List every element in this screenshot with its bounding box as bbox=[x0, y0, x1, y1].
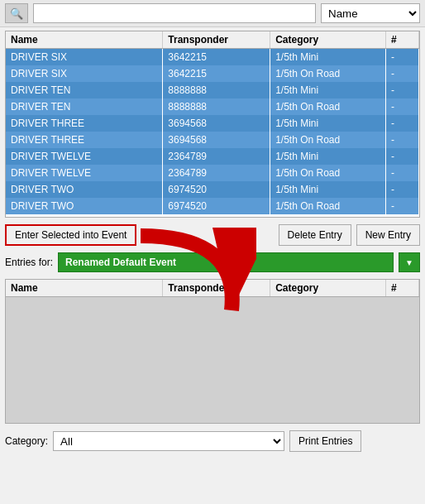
category-dropdown[interactable]: All bbox=[53, 431, 284, 451]
table-row[interactable]: DRIVER THREE36945681/5th Mini- bbox=[6, 115, 419, 132]
table-row[interactable]: DRIVER SIX36422151/5th Mini- bbox=[6, 49, 419, 66]
cell-transponder: 8888888 bbox=[163, 82, 270, 98]
event-name-text: Renamed Default Event bbox=[65, 257, 176, 268]
cell-category: 1/5th On Road bbox=[270, 132, 386, 148]
print-entries-button[interactable]: Print Entries bbox=[289, 430, 361, 452]
cell-name: DRIVER TEN bbox=[6, 98, 163, 115]
table-row[interactable]: DRIVER TWO69745201/5th On Road- bbox=[6, 198, 419, 214]
cell-hash: - bbox=[386, 148, 419, 165]
cell-name: DRIVER SIX bbox=[6, 49, 163, 66]
cell-transponder: 3642215 bbox=[163, 49, 270, 66]
cell-category: 1/5th On Road bbox=[270, 198, 386, 214]
cell-transponder: 6974520 bbox=[163, 198, 270, 214]
cell-transponder: 2364789 bbox=[163, 165, 270, 181]
cell-transponder: 6974520 bbox=[163, 181, 270, 198]
col-header-transponder: Transponder bbox=[163, 31, 270, 49]
cell-hash: - bbox=[386, 115, 419, 132]
table-row[interactable]: DRIVER TWELVE23647891/5th Mini- bbox=[6, 148, 419, 165]
table-row[interactable]: DRIVER TWELVE23647891/5th On Road- bbox=[6, 165, 419, 181]
search-button[interactable]: 🔍 bbox=[5, 3, 28, 23]
top-bar: 🔍 NameTransponderCategory bbox=[0, 0, 425, 27]
cell-name: DRIVER THREE bbox=[6, 115, 163, 132]
entries-for-label: Entries for: bbox=[5, 257, 53, 268]
cell-transponder: 3694568 bbox=[163, 115, 270, 132]
col-header-hash: # bbox=[386, 31, 419, 49]
cell-category: 1/5th Mini bbox=[270, 181, 386, 198]
name-dropdown[interactable]: NameTransponderCategory bbox=[321, 3, 420, 23]
cell-hash: - bbox=[386, 198, 419, 214]
cell-category: 1/5th Mini bbox=[270, 148, 386, 165]
search-input[interactable] bbox=[33, 3, 316, 23]
entries-for-row: Entries for: Renamed Default Event ▼ bbox=[0, 249, 425, 276]
entries-dropdown-button[interactable]: ▼ bbox=[399, 252, 420, 272]
cell-name: DRIVER TWO bbox=[6, 181, 163, 198]
lower-table: Name Transponder Category # bbox=[6, 280, 419, 297]
cell-hash: - bbox=[386, 181, 419, 198]
upper-table: Name Transponder Category # DRIVER SIX36… bbox=[6, 31, 419, 214]
table-row[interactable]: DRIVER TEN88888881/5th On Road- bbox=[6, 98, 419, 115]
cell-category: 1/5th Mini bbox=[270, 82, 386, 98]
cell-name: DRIVER SIX bbox=[6, 65, 163, 82]
cell-category: 1/5th On Road bbox=[270, 98, 386, 115]
table-row[interactable]: DRIVER TWO69745201/5th Mini- bbox=[6, 181, 419, 198]
cell-name: DRIVER TEN bbox=[6, 82, 163, 98]
cell-transponder: 2364789 bbox=[163, 148, 270, 165]
lower-table-container: Name Transponder Category # bbox=[5, 279, 420, 424]
cell-hash: - bbox=[386, 65, 419, 82]
lower-col-header-hash: # bbox=[386, 280, 419, 297]
cell-name: DRIVER TWELVE bbox=[6, 165, 163, 181]
action-row: Enter Selected into Event Delete Entry N… bbox=[0, 221, 425, 249]
upper-table-container: Name Transponder Category # DRIVER SIX36… bbox=[5, 31, 420, 218]
col-header-name: Name bbox=[6, 31, 163, 49]
lower-col-header-category: Category bbox=[270, 280, 386, 297]
cell-name: DRIVER TWELVE bbox=[6, 148, 163, 165]
cell-transponder: 8888888 bbox=[163, 98, 270, 115]
table-row[interactable]: DRIVER THREE36945681/5th On Road- bbox=[6, 132, 419, 148]
cell-category: 1/5th Mini bbox=[270, 49, 386, 66]
enter-selected-button[interactable]: Enter Selected into Event bbox=[5, 224, 136, 246]
new-entry-button[interactable]: New Entry bbox=[356, 224, 420, 246]
event-name-bar: Renamed Default Event bbox=[58, 252, 394, 272]
cell-hash: - bbox=[386, 165, 419, 181]
lower-col-header-transponder: Transponder bbox=[163, 280, 270, 297]
cell-hash: - bbox=[386, 132, 419, 148]
lower-col-header-name: Name bbox=[6, 280, 163, 297]
cell-category: 1/5th Mini bbox=[270, 115, 386, 132]
table-row[interactable]: DRIVER TEN88888881/5th Mini- bbox=[6, 82, 419, 98]
delete-entry-button[interactable]: Delete Entry bbox=[279, 224, 351, 246]
cell-hash: - bbox=[386, 82, 419, 98]
table-row[interactable]: DRIVER SIX36422151/5th On Road- bbox=[6, 65, 419, 82]
cell-name: DRIVER THREE bbox=[6, 132, 163, 148]
cell-transponder: 3694568 bbox=[163, 132, 270, 148]
cell-hash: - bbox=[386, 98, 419, 115]
cell-name: DRIVER TWO bbox=[6, 198, 163, 214]
category-label: Category: bbox=[5, 435, 48, 447]
cell-category: 1/5th On Road bbox=[270, 65, 386, 82]
cell-transponder: 3642215 bbox=[163, 65, 270, 82]
cell-hash: - bbox=[386, 49, 419, 66]
col-header-category: Category bbox=[270, 31, 386, 49]
bottom-row: Category: All Print Entries bbox=[0, 427, 425, 455]
cell-category: 1/5th On Road bbox=[270, 165, 386, 181]
